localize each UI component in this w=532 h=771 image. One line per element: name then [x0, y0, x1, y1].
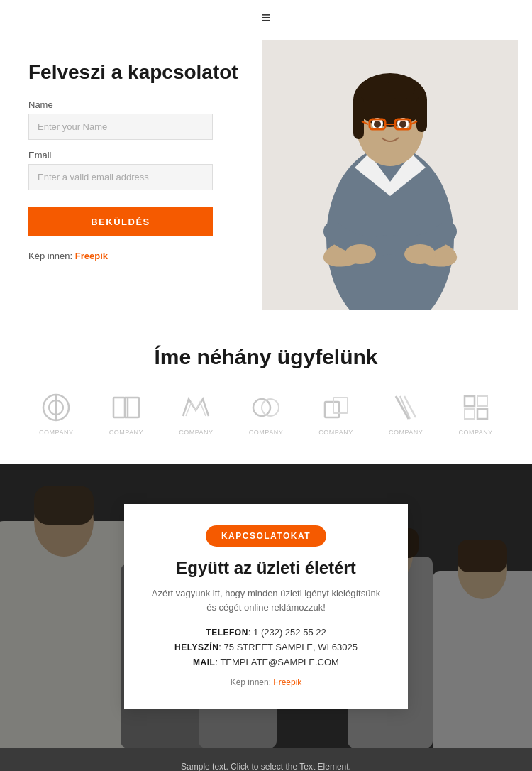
svg-rect-32: [333, 398, 348, 413]
client-logo-1: COMPANY: [39, 390, 73, 436]
cta-address-row: HELYSZÍN: 75 STREET SAMPLE, WI 63025: [149, 642, 383, 652]
cta-heading: Együtt az üzleti életért: [149, 558, 383, 578]
cta-freepik-link[interactable]: Freepik: [273, 677, 301, 687]
logo-7-label: COMPANY: [458, 429, 492, 436]
hamburger-icon[interactable]: ≡: [262, 10, 271, 26]
client-logo-4: COMPANY: [249, 390, 283, 436]
cta-badge: KAPCSOLATOKAT: [206, 525, 326, 547]
top-navigation: ≡: [0, 0, 532, 33]
logo-1-icon: [39, 390, 73, 425]
logo-6-label: COMPANY: [389, 429, 423, 436]
client-logo-2: COMPANY: [109, 390, 143, 436]
logo-1-label: COMPANY: [39, 429, 73, 436]
logo-6-icon: [389, 390, 423, 425]
freepik-link[interactable]: Freepik: [75, 251, 108, 261]
logo-2-label: COMPANY: [109, 429, 143, 436]
svg-rect-31: [325, 402, 339, 417]
clients-section: Íme néhány ügyfelünk COMPANY COMPANY: [0, 317, 532, 464]
footer-text: Sample text. Click to select the Text El…: [181, 762, 351, 771]
logo-4-icon: [249, 390, 283, 425]
hero-title: Felveszi a kapcsolatot: [28, 61, 255, 84]
logo-5-icon: [319, 390, 353, 425]
client-logo-5: COMPANY: [318, 390, 353, 436]
team-section: KAPCSOLATOKAT Együtt az üzleti életért A…: [0, 464, 532, 748]
svg-rect-25: [113, 398, 125, 417]
svg-point-12: [399, 121, 406, 128]
name-label: Name: [28, 99, 255, 110]
email-label: Email: [28, 150, 255, 160]
svg-rect-36: [465, 396, 475, 406]
email-field-group: Email: [28, 150, 255, 190]
client-logo-6: COMPANY: [389, 390, 423, 436]
svg-point-8: [387, 77, 415, 99]
person-svg: [262, 40, 518, 310]
clients-logos-row: COMPANY COMPANY COMPANY: [21, 390, 511, 436]
client-logo-3: COMPANY: [179, 390, 213, 436]
svg-point-11: [374, 121, 381, 128]
svg-point-21: [404, 244, 436, 264]
contact-form-area: Felveszi a kapcsolatot Name Email BEKÜLD…: [28, 61, 255, 295]
svg-rect-38: [465, 409, 475, 419]
logo-3-label: COMPANY: [179, 429, 213, 436]
team-background: KAPCSOLATOKAT Együtt az üzleti életért A…: [0, 464, 532, 748]
client-logo-7: COMPANY: [458, 390, 492, 436]
hero-section: Felveszi a kapcsolatot Name Email BEKÜLD…: [0, 33, 532, 317]
cta-email-row: MAIL: TEMPLATE@SAMPLE.COM: [149, 657, 383, 667]
hero-person-image: [262, 40, 518, 310]
svg-rect-37: [477, 396, 487, 406]
name-field-group: Name: [28, 99, 255, 140]
svg-rect-7: [416, 97, 427, 132]
email-input[interactable]: [28, 164, 213, 190]
svg-rect-26: [128, 398, 139, 417]
svg-point-20: [345, 244, 376, 264]
cta-card: KAPCSOLATOKAT Együtt az üzleti életért A…: [124, 504, 408, 709]
hero-image-area: [234, 33, 532, 317]
cta-description: Azért vagyunk itt, hogy minden üzleti ig…: [149, 586, 383, 614]
clients-title: Íme néhány ügyfelünk: [21, 345, 511, 369]
logo-4-label: COMPANY: [249, 429, 283, 436]
footer: Sample text. Click to select the Text El…: [0, 748, 532, 771]
submit-button[interactable]: BEKÜLDÉS: [28, 207, 213, 236]
logo-2-icon: [109, 390, 143, 425]
logo-5-label: COMPANY: [318, 429, 353, 436]
svg-rect-6: [353, 97, 364, 139]
logo-3-icon: [179, 390, 213, 425]
cta-phone-row: TELEFON: 1 (232) 252 55 22: [149, 627, 383, 638]
logo-7-icon: [459, 390, 493, 425]
photo-credit: Kép innen: Freepik: [28, 251, 255, 261]
cta-photo-credit: Kép innen: Freepik: [149, 677, 383, 687]
svg-rect-39: [477, 409, 487, 419]
name-input[interactable]: [28, 114, 213, 140]
